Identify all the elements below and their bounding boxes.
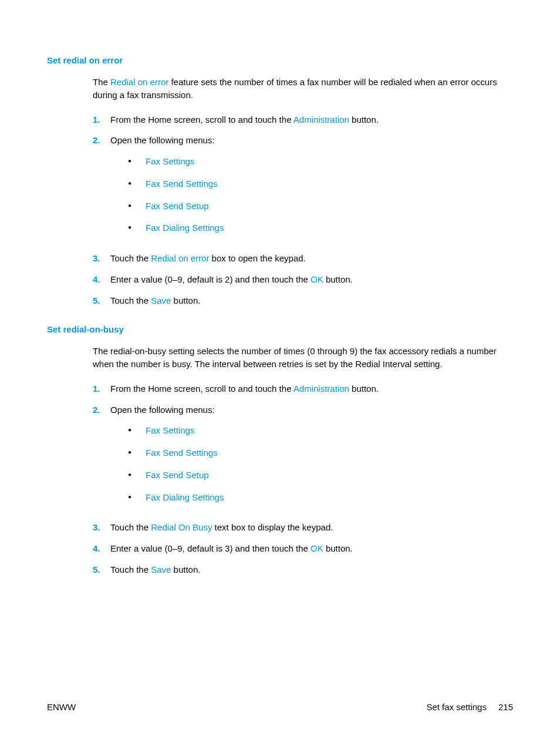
step-text: Open the following menus: ●Fax Settings … bbox=[110, 404, 513, 513]
bullet-item: ●Fax Dialing Settings bbox=[128, 491, 513, 504]
footer-right: Set fax settings 215 bbox=[426, 702, 513, 712]
step-list: 1. From the Home screen, scroll to and t… bbox=[93, 382, 513, 576]
text: box to open the keypad. bbox=[209, 253, 305, 263]
section-heading: Set redial-on-busy bbox=[47, 324, 513, 334]
bullet-item: ●Fax Settings bbox=[128, 155, 513, 168]
step-text: Touch the Redial On Busy text box to dis… bbox=[110, 521, 513, 534]
step-item: 5. Touch the Save button. bbox=[93, 294, 513, 307]
ui-term: Save bbox=[151, 295, 171, 305]
bullet-dot-icon: ● bbox=[128, 200, 146, 211]
step-number: 1. bbox=[93, 382, 110, 395]
text: Touch the bbox=[110, 253, 151, 263]
step-item: 4. Enter a value (0–9, default is 2) and… bbox=[93, 273, 513, 286]
step-text: Touch the Save button. bbox=[110, 294, 513, 307]
ui-term: Administration bbox=[294, 115, 349, 125]
menu-name: Fax Settings bbox=[146, 424, 194, 437]
bullet-item: ●Fax Send Settings bbox=[128, 446, 513, 459]
text: From the Home screen, scroll to and touc… bbox=[110, 384, 294, 394]
step-number: 3. bbox=[93, 521, 110, 534]
text: The redial-on-busy setting selects the n… bbox=[93, 346, 497, 369]
bullet-item: ●Fax Send Setup bbox=[128, 200, 513, 213]
step-text: Open the following menus: ●Fax Settings … bbox=[110, 134, 513, 244]
step-item: 3. Touch the Redial on error box to open… bbox=[93, 252, 513, 265]
text: Open the following menus: bbox=[110, 405, 215, 415]
bullet-dot-icon: ● bbox=[128, 446, 146, 458]
step-item: 1. From the Home screen, scroll to and t… bbox=[93, 113, 513, 126]
section-heading: Set redial on error bbox=[47, 55, 513, 65]
step-item: 2. Open the following menus: ●Fax Settin… bbox=[93, 404, 513, 513]
step-item: 4. Enter a value (0–9, default is 3) and… bbox=[93, 542, 513, 555]
text: Open the following menus: bbox=[110, 135, 215, 145]
bullet-dot-icon: ● bbox=[128, 221, 146, 233]
text: button. bbox=[323, 274, 353, 284]
step-number: 2. bbox=[93, 404, 110, 513]
bullet-list: ●Fax Settings ●Fax Send Settings ●Fax Se… bbox=[128, 424, 513, 503]
menu-name: Fax Send Setup bbox=[146, 469, 209, 482]
ui-term: Redial on error bbox=[151, 253, 209, 263]
footer-left: ENWW bbox=[47, 702, 76, 712]
intro-paragraph: The redial-on-busy setting selects the n… bbox=[93, 345, 513, 371]
menu-name: Fax Send Setup bbox=[146, 200, 209, 213]
intro-paragraph: The Redial on error feature sets the num… bbox=[93, 76, 513, 102]
step-text: Enter a value (0–9, default is 3) and th… bbox=[110, 542, 513, 555]
bullet-item: ●Fax Dialing Settings bbox=[128, 221, 513, 234]
ui-term: Save bbox=[151, 564, 171, 574]
bullet-item: ●Fax Send Setup bbox=[128, 469, 513, 482]
bullet-item: ●Fax Settings bbox=[128, 424, 513, 437]
text: From the Home screen, scroll to and touc… bbox=[110, 115, 294, 125]
step-number: 5. bbox=[93, 563, 110, 576]
text: button. bbox=[171, 295, 200, 305]
step-number: 4. bbox=[93, 542, 110, 555]
text: Touch the bbox=[110, 295, 151, 305]
bullet-dot-icon: ● bbox=[128, 491, 146, 503]
section-body: The redial-on-busy setting selects the n… bbox=[93, 345, 513, 576]
text: button. bbox=[349, 115, 379, 125]
step-number: 3. bbox=[93, 252, 110, 265]
text: button. bbox=[171, 564, 200, 574]
footer-section-label: Set fax settings bbox=[426, 702, 487, 712]
step-list: 1. From the Home screen, scroll to and t… bbox=[93, 113, 513, 307]
step-text: From the Home screen, scroll to and touc… bbox=[110, 382, 513, 395]
bullet-item: ●Fax Send Settings bbox=[128, 177, 513, 190]
ui-term: OK bbox=[311, 543, 323, 553]
text: Touch the bbox=[110, 522, 151, 532]
step-number: 5. bbox=[93, 294, 110, 307]
ui-term: OK bbox=[311, 274, 323, 284]
text: button. bbox=[323, 543, 353, 553]
page-number: 215 bbox=[498, 702, 513, 712]
menu-name: Fax Send Settings bbox=[146, 446, 218, 459]
step-text: Enter a value (0–9, default is 2) and th… bbox=[110, 273, 513, 286]
text: text box to display the keypad. bbox=[212, 522, 333, 532]
step-item: 2. Open the following menus: ●Fax Settin… bbox=[93, 134, 513, 244]
step-number: 2. bbox=[93, 134, 110, 244]
ui-term: Administration bbox=[294, 384, 349, 394]
step-text: From the Home screen, scroll to and touc… bbox=[110, 113, 513, 126]
text: Enter a value (0–9, default is 3) and th… bbox=[110, 543, 311, 553]
text: Touch the bbox=[110, 564, 151, 574]
text: button. bbox=[349, 384, 379, 394]
step-item: 3. Touch the Redial On Busy text box to … bbox=[93, 521, 513, 534]
bullet-dot-icon: ● bbox=[128, 155, 146, 167]
bullet-dot-icon: ● bbox=[128, 177, 146, 189]
menu-name: Fax Dialing Settings bbox=[146, 491, 224, 504]
bullet-dot-icon: ● bbox=[128, 424, 146, 436]
step-number: 1. bbox=[93, 113, 110, 126]
page-content: Set redial on error The Redial on error … bbox=[0, 0, 560, 576]
step-text: Touch the Save button. bbox=[110, 563, 513, 576]
step-number: 4. bbox=[93, 273, 110, 286]
step-item: 5. Touch the Save button. bbox=[93, 563, 513, 576]
menu-name: Fax Send Settings bbox=[146, 177, 218, 190]
text: Enter a value (0–9, default is 2) and th… bbox=[110, 274, 311, 284]
ui-term: Redial on error bbox=[110, 77, 168, 87]
section-body: The Redial on error feature sets the num… bbox=[93, 76, 513, 307]
bullet-dot-icon: ● bbox=[128, 469, 146, 480]
page-footer: ENWW Set fax settings 215 bbox=[47, 702, 513, 712]
bullet-list: ●Fax Settings ●Fax Send Settings ●Fax Se… bbox=[128, 155, 513, 234]
step-text: Touch the Redial on error box to open th… bbox=[110, 252, 513, 265]
menu-name: Fax Dialing Settings bbox=[146, 221, 224, 234]
step-item: 1. From the Home screen, scroll to and t… bbox=[93, 382, 513, 395]
ui-term: Redial On Busy bbox=[151, 522, 212, 532]
text: The bbox=[93, 77, 110, 87]
menu-name: Fax Settings bbox=[146, 155, 194, 168]
